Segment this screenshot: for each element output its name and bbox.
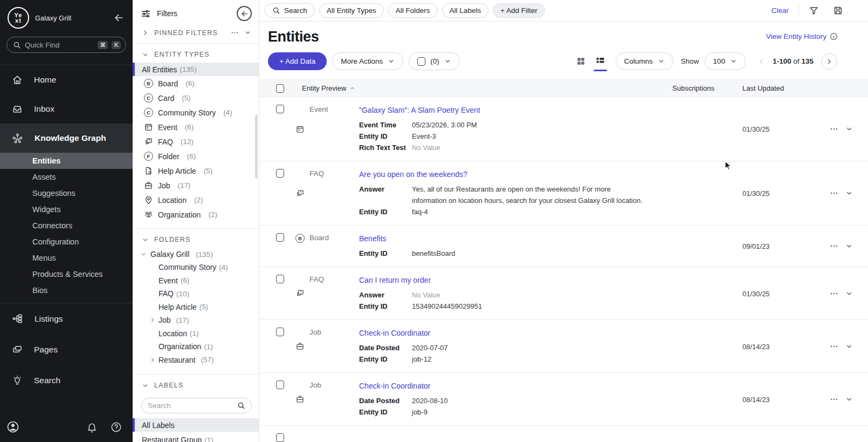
all-folders-pill[interactable]: All Folders: [388, 3, 438, 18]
filter-entity-type-folder[interactable]: F Folder(6): [133, 149, 259, 164]
labels-header[interactable]: LABELS: [133, 375, 259, 393]
chevron-right-icon[interactable]: [149, 317, 156, 323]
entity-title-link[interactable]: Can I return my order: [359, 275, 431, 286]
next-page-button[interactable]: [821, 53, 837, 70]
list-view-button[interactable]: [595, 56, 606, 67]
filter-entity-type-organization[interactable]: Organization(2): [133, 207, 259, 222]
row-expand-icon[interactable]: [845, 125, 853, 133]
more-actions-dropdown[interactable]: More Actions: [332, 52, 403, 70]
folder-community-story[interactable]: Community Story(4): [133, 261, 259, 274]
sidebar-item-bios[interactable]: Bios: [0, 282, 133, 298]
sidebar-item-listings[interactable]: Listings: [0, 303, 133, 334]
folders-header[interactable]: FOLDERS: [133, 229, 259, 248]
row-checkbox[interactable]: [276, 380, 284, 389]
row-expand-icon[interactable]: [845, 396, 853, 403]
entity-title-link[interactable]: Check-in Coordinator: [359, 328, 430, 339]
sidebar-item-connectors[interactable]: Connectors: [0, 217, 133, 234]
filter-all-entities[interactable]: All Entities (135): [133, 63, 259, 76]
row-checkbox[interactable]: [276, 105, 284, 113]
sidebar-item-products-services[interactable]: Products & Services: [0, 266, 133, 282]
table-row[interactable]: Event "Galaxy Slam": A Slam Poetry Event…: [259, 97, 868, 161]
labels-search[interactable]: [141, 398, 252, 413]
sidebar-item-suggestions[interactable]: Suggestions: [0, 185, 133, 201]
folder-job[interactable]: Job(17): [133, 314, 259, 327]
row-menu-icon[interactable]: [830, 342, 838, 351]
sidebar-item-pages[interactable]: Pages: [0, 334, 133, 365]
row-expand-icon[interactable]: [845, 290, 853, 297]
clear-filters-link[interactable]: Clear: [771, 6, 789, 15]
sidebar-item-knowledge-graph[interactable]: Knowledge Graph: [0, 124, 133, 153]
folder-organization[interactable]: Organization(1): [133, 340, 259, 353]
chevron-right-icon[interactable]: [149, 357, 156, 363]
entity-title-link[interactable]: Check-in Coordinator: [359, 380, 430, 392]
row-menu-icon[interactable]: [830, 289, 838, 298]
avatar[interactable]: [6, 420, 19, 433]
sidebar-item-entities[interactable]: Entities: [0, 153, 133, 169]
row-menu-icon[interactable]: [830, 242, 838, 250]
filter-entity-type-community-story[interactable]: C Community Story(4): [133, 105, 259, 120]
row-checkbox[interactable]: [276, 433, 284, 442]
select-all-checkbox[interactable]: [417, 57, 425, 66]
chevron-down-icon[interactable]: [244, 29, 251, 37]
sidebar-item-configuration[interactable]: Configuration: [0, 234, 133, 250]
notifications-bell-icon[interactable]: [86, 421, 98, 433]
row-expand-icon[interactable]: [845, 343, 853, 350]
filter-all-labels[interactable]: All Labels: [133, 418, 259, 432]
collapse-filters-button[interactable]: [237, 6, 252, 21]
columns-dropdown[interactable]: Columns: [616, 52, 673, 70]
view-entity-history-link[interactable]: View Entity History: [766, 32, 838, 40]
filter-entity-type-card[interactable]: C Card(5): [133, 91, 259, 105]
save-filter-icon[interactable]: [833, 5, 843, 16]
collapse-sidebar-icon[interactable]: [113, 12, 124, 23]
funnel-icon[interactable]: [809, 5, 819, 16]
labels-search-input[interactable]: [148, 402, 233, 410]
row-checkbox[interactable]: [276, 169, 284, 178]
folder-root-galaxy-grill[interactable]: Galaxy Grill(135): [133, 248, 259, 261]
table-row[interactable]: Job Check-in Coordinator Date Posted2020…: [259, 319, 868, 372]
quick-find-input[interactable]: [25, 41, 94, 49]
row-menu-icon[interactable]: [830, 125, 838, 133]
row-expand-icon[interactable]: [845, 189, 853, 197]
page-size-dropdown[interactable]: 100: [705, 52, 746, 70]
row-checkbox[interactable]: [276, 233, 284, 242]
quick-find[interactable]: ⌘ K: [6, 37, 126, 53]
row-menu-icon[interactable]: [830, 189, 838, 198]
table-row[interactable]: FAQ Are you open on the weekends? Answer…: [259, 161, 868, 225]
entity-title-link[interactable]: Benefits: [359, 233, 387, 244]
filter-entity-type-event[interactable]: Event(6): [133, 120, 259, 134]
pinned-filters-section[interactable]: PINNED FILTERS: [133, 25, 259, 44]
folder-location[interactable]: Location(1): [133, 327, 259, 341]
sidebar-item-inbox[interactable]: Inbox: [0, 94, 133, 124]
filter-entity-type-faq[interactable]: FAQ(12): [133, 134, 259, 149]
add-data-button[interactable]: + Add Data: [268, 52, 327, 70]
table-row[interactable]: FAQ Can I return my order AnswerNo Value…: [259, 267, 868, 319]
table-row[interactable]: [259, 425, 868, 442]
entity-types-header[interactable]: ENTITY TYPES: [133, 44, 259, 63]
header-checkbox[interactable]: [276, 84, 284, 93]
folder-event[interactable]: Event(6): [133, 274, 259, 288]
row-checkbox[interactable]: [276, 328, 284, 336]
entity-title-link[interactable]: Are you open on the weekends?: [359, 169, 467, 180]
search-filter-pill[interactable]: Search: [265, 3, 315, 18]
filter-entity-type-board[interactable]: B Board(6): [133, 76, 259, 91]
help-icon[interactable]: [111, 421, 122, 433]
grid-view-button[interactable]: [576, 56, 586, 66]
row-checkbox[interactable]: [276, 275, 284, 283]
all-labels-pill[interactable]: All Labels: [442, 3, 489, 18]
sidebar-item-widgets[interactable]: Widgets: [0, 201, 133, 217]
filter-entity-type-job[interactable]: Job(17): [133, 178, 259, 193]
filter-label-restaurant-group[interactable]: Restaurant Group(1): [133, 432, 259, 442]
all-entity-types-pill[interactable]: All Entity Types: [319, 3, 384, 18]
sidebar-item-home[interactable]: Home: [0, 65, 133, 94]
sidebar-item-assets[interactable]: Assets: [0, 169, 133, 185]
folder-faq[interactable]: FAQ(10): [133, 287, 259, 301]
add-filter-button[interactable]: + Add Filter: [493, 3, 545, 18]
previous-page-button[interactable]: [757, 58, 765, 65]
scrollbar-thumb[interactable]: [255, 115, 258, 179]
filter-entity-type-location[interactable]: Location(2): [133, 193, 259, 207]
folder-restaurant[interactable]: Restaurant(57): [133, 353, 259, 367]
entity-title-link[interactable]: "Galaxy Slam": A Slam Poetry Event: [359, 105, 480, 116]
column-entity-preview[interactable]: Entity Preview: [302, 84, 355, 92]
table-row[interactable]: Job Check-in Coordinator Date Posted2020…: [259, 372, 868, 425]
selection-dropdown[interactable]: (0): [409, 52, 460, 70]
